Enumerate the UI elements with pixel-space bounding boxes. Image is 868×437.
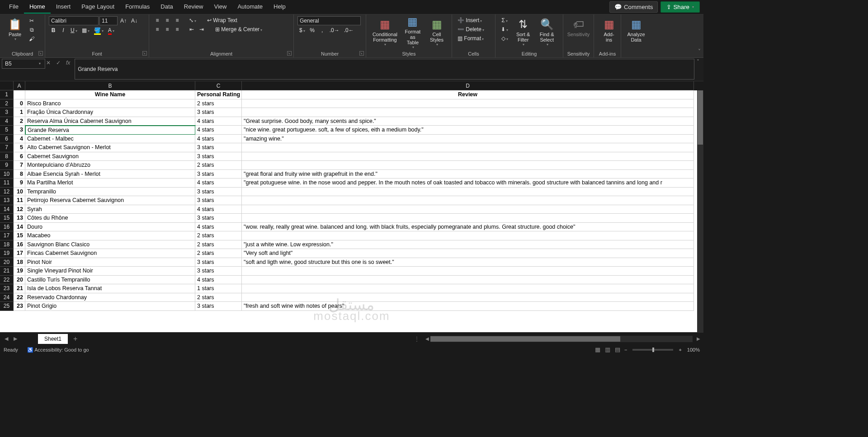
- normal-view-button[interactable]: ▦: [593, 346, 603, 354]
- cell[interactable]: 18: [14, 258, 25, 267]
- next-sheet-button[interactable]: ▶: [11, 336, 20, 342]
- cell[interactable]: 23: [14, 302, 25, 311]
- cell[interactable]: Reservado Chardonnay: [25, 293, 195, 302]
- row-header[interactable]: 7: [0, 143, 14, 152]
- align-center-button[interactable]: ≡: [163, 25, 172, 33]
- font-name-select[interactable]: [49, 16, 99, 25]
- cell[interactable]: 17: [14, 249, 25, 258]
- cell[interactable]: "amazing wine.": [242, 135, 694, 144]
- cell[interactable]: Pinot Grigio: [25, 302, 195, 311]
- dialog-launcher-icon[interactable]: ↘: [38, 51, 43, 56]
- row-header[interactable]: 2: [0, 99, 14, 108]
- comma-format-button[interactable]: ,: [318, 26, 327, 34]
- row-header[interactable]: 12: [0, 188, 14, 197]
- decrease-indent-button[interactable]: ⇤: [187, 25, 196, 33]
- align-left-button[interactable]: ≡: [153, 25, 162, 33]
- addins-button[interactable]: ▦Add-ins: [598, 16, 620, 44]
- paste-button[interactable]: 📋Paste▾: [4, 16, 26, 43]
- cell[interactable]: Pinot Noir: [25, 258, 195, 267]
- row-header[interactable]: 15: [0, 214, 14, 223]
- zoom-out-button[interactable]: −: [623, 347, 629, 352]
- analyze-data-button[interactable]: ▦Analyze Data: [625, 16, 647, 44]
- row-header[interactable]: 14: [0, 205, 14, 214]
- row-header[interactable]: 1: [0, 90, 14, 99]
- borders-button[interactable]: ▦▾: [80, 26, 91, 34]
- cell[interactable]: Montepulciano d'Abruzzo: [25, 161, 195, 170]
- add-sheet-button[interactable]: +: [68, 335, 83, 343]
- accessibility-status[interactable]: ♿ Accessibility: Good to go: [27, 347, 89, 353]
- cell[interactable]: 13: [14, 214, 25, 223]
- row-header[interactable]: 23: [0, 284, 14, 293]
- cell[interactable]: 20: [14, 276, 25, 285]
- cell[interactable]: Cabernet Sauvignon: [25, 152, 195, 161]
- row-header[interactable]: 21: [0, 267, 14, 276]
- cell[interactable]: 15: [14, 231, 25, 240]
- cell[interactable]: "nice wine. great portuguese. soft, a fe…: [242, 126, 694, 135]
- cell[interactable]: Fração Única Chardonnay: [25, 108, 195, 117]
- cell[interactable]: 4 stars: [195, 126, 242, 135]
- format-cells-button[interactable]: ▥ Format▾: [456, 34, 491, 42]
- cell[interactable]: 3 stars: [195, 143, 242, 152]
- merge-center-button[interactable]: ⊞ Merge & Center▾: [213, 25, 264, 33]
- cell[interactable]: [242, 284, 694, 293]
- cell[interactable]: [242, 293, 694, 302]
- cell[interactable]: [242, 231, 694, 240]
- insert-cells-button[interactable]: ➕ Insert▾: [456, 16, 491, 24]
- cell[interactable]: [242, 276, 694, 285]
- cell[interactable]: 3 stars: [195, 196, 242, 205]
- row-header[interactable]: 4: [0, 117, 14, 126]
- col-header-C[interactable]: C: [195, 81, 242, 90]
- cell[interactable]: 4 stars: [195, 117, 242, 126]
- font-size-select[interactable]: [99, 16, 118, 25]
- menu-tab-review[interactable]: Review: [179, 0, 209, 14]
- scrollbar-thumb[interactable]: [698, 90, 703, 145]
- cell[interactable]: 11: [14, 196, 25, 205]
- cell[interactable]: Syrah: [25, 205, 195, 214]
- cell[interactable]: 4: [14, 135, 25, 144]
- cell[interactable]: Isla de Lobos Reserva Tannat: [25, 284, 195, 293]
- align-bottom-button[interactable]: ≡: [173, 16, 182, 24]
- sort-filter-button[interactable]: ⇅Sort & Filter▾: [512, 16, 534, 48]
- cell[interactable]: 2 stars: [195, 99, 242, 108]
- cell[interactable]: [242, 267, 694, 276]
- row-header[interactable]: 3: [0, 108, 14, 117]
- cell[interactable]: 1: [14, 108, 25, 117]
- cell[interactable]: 3 stars: [195, 267, 242, 276]
- format-painter-button[interactable]: 🖌: [27, 35, 36, 43]
- cell[interactable]: Petirrojo Reserva Cabernet Sauvignon: [25, 196, 195, 205]
- cell[interactable]: Côtes du Rhône: [25, 214, 195, 223]
- cell[interactable]: Personal Rating: [195, 90, 242, 99]
- row-header[interactable]: 10: [0, 170, 14, 179]
- cell[interactable]: Douro: [25, 223, 195, 232]
- cell[interactable]: Alto Cabernet Sauvignon - Merlot: [25, 143, 195, 152]
- hscroll-left-button[interactable]: ◀: [424, 336, 430, 341]
- menu-tab-automate[interactable]: Automate: [232, 0, 268, 14]
- comments-button[interactable]: 💬Comments: [609, 1, 658, 13]
- cell[interactable]: 0: [14, 99, 25, 108]
- cell[interactable]: 3 stars: [195, 108, 242, 117]
- dialog-launcher-icon[interactable]: ↘: [142, 51, 147, 56]
- dialog-launcher-icon[interactable]: ↘: [359, 51, 364, 56]
- cell[interactable]: 3 stars: [195, 214, 242, 223]
- scrollbar-thumb[interactable]: [430, 336, 620, 342]
- sheet-tab-sheet1[interactable]: Sheet1: [38, 334, 68, 344]
- page-layout-view-button[interactable]: ▥: [603, 346, 613, 354]
- zoom-in-button[interactable]: +: [677, 347, 683, 352]
- delete-cells-button[interactable]: ➖ Delete▾: [456, 25, 491, 33]
- cell[interactable]: [242, 143, 694, 152]
- bold-button[interactable]: B: [49, 26, 58, 34]
- cell[interactable]: 14: [14, 223, 25, 232]
- cell[interactable]: Cabernet - Malbec: [25, 135, 195, 144]
- cell-styles-button[interactable]: ▦Cell Styles▾: [425, 16, 448, 48]
- cell[interactable]: Grande Reserva: [25, 126, 195, 135]
- row-header[interactable]: 25: [0, 302, 14, 311]
- share-button[interactable]: ⇪Share▾: [660, 1, 700, 13]
- format-as-table-button[interactable]: ▦Format as Table▾: [401, 14, 425, 51]
- col-header-B[interactable]: B: [25, 81, 195, 90]
- cut-button[interactable]: ✂: [27, 17, 36, 25]
- cell[interactable]: "fresh and soft wine with notes of pears…: [242, 302, 694, 311]
- cell[interactable]: [242, 99, 694, 108]
- menu-tab-file[interactable]: File: [4, 0, 24, 14]
- clear-button[interactable]: ◇▾: [499, 34, 510, 42]
- select-all-corner[interactable]: [0, 81, 14, 90]
